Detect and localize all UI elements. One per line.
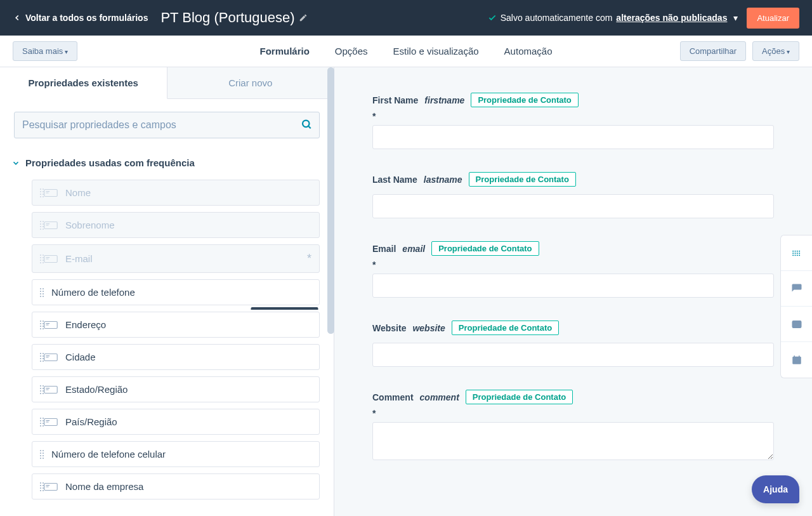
property-label: País/Região xyxy=(65,416,311,427)
sidebar: Propriedades existentes Criar novo Propr… xyxy=(0,67,334,516)
drag-handle-icon xyxy=(40,450,44,459)
back-label: Voltar a todos os formulários xyxy=(25,13,148,23)
search-icon[interactable] xyxy=(301,119,312,132)
contact-property-badge: Propriedade de Contato xyxy=(466,390,573,404)
text-field-icon xyxy=(44,482,58,491)
form-field[interactable]: CommentcommentPropriedade de Contato* xyxy=(372,390,774,462)
property-label: Nome da empresa xyxy=(65,481,311,492)
text-field-icon xyxy=(44,385,58,394)
field-label-row: WebsitewebsitePropriedade de Contato xyxy=(372,321,774,335)
right-rail xyxy=(780,235,812,378)
autosave-changes-link[interactable]: alterações não publicadas xyxy=(616,13,727,23)
property-label: Sobrenome xyxy=(65,220,311,230)
sidebar-tab-existing[interactable]: Propriedades existentes xyxy=(0,67,167,99)
field-api-name: comment xyxy=(420,392,459,402)
property-item[interactable]: Nome da empresa xyxy=(32,473,320,499)
required-star: * xyxy=(307,252,311,265)
section-title: Propriedades usadas com frequência xyxy=(25,157,195,168)
svg-point-20 xyxy=(799,255,800,256)
text-field-icon xyxy=(44,418,58,427)
scrollbar-thumb[interactable] xyxy=(327,67,334,334)
field-input[interactable] xyxy=(372,343,774,367)
property-item[interactable]: Endereço xyxy=(32,312,320,338)
svg-point-12 xyxy=(799,250,800,251)
svg-point-14 xyxy=(794,253,796,254)
field-label: Comment xyxy=(372,392,414,402)
svg-point-11 xyxy=(796,250,797,251)
property-item[interactable]: País/Região xyxy=(32,409,320,435)
field-label-row: CommentcommentPropriedade de Contato xyxy=(372,390,774,404)
tab-style[interactable]: Estilo e visualização xyxy=(393,0,479,309)
back-link[interactable]: Voltar a todos os formulários xyxy=(13,13,148,23)
property-item: E-mail* xyxy=(32,244,320,273)
caret-down-icon[interactable]: ▾ xyxy=(733,13,738,23)
property-item[interactable]: Estado/Região xyxy=(32,376,320,402)
field-textarea[interactable] xyxy=(372,422,774,460)
property-label: Endereço xyxy=(65,319,311,330)
actions-button[interactable]: Ações xyxy=(752,41,799,61)
text-field-icon xyxy=(44,321,58,329)
tab-automation[interactable]: Automação xyxy=(504,0,553,309)
sidebar-scrollbar[interactable] xyxy=(327,67,334,516)
svg-point-17 xyxy=(792,255,794,256)
svg-rect-21 xyxy=(792,321,801,327)
text-field-icon xyxy=(44,189,58,197)
required-indicator: * xyxy=(372,408,774,418)
chevron-down-icon xyxy=(11,159,20,168)
svg-point-0 xyxy=(303,121,310,128)
svg-point-15 xyxy=(796,253,797,254)
text-field-icon xyxy=(44,255,58,263)
svg-point-10 xyxy=(794,250,796,251)
property-label: Cidade xyxy=(65,352,311,362)
text-field-icon xyxy=(44,353,58,362)
search-wrap xyxy=(14,112,320,138)
property-label: E-mail xyxy=(65,253,307,264)
property-label: Número de telefone celular xyxy=(51,449,311,460)
property-label: Número de telefone xyxy=(51,287,311,298)
prop-list: NomeSobrenomeE-mail*Número de telefoneEn… xyxy=(14,180,320,499)
property-item: Nome xyxy=(32,180,320,206)
rail-item-window[interactable] xyxy=(781,307,812,342)
field-label: Website xyxy=(372,323,406,333)
chevron-left-icon xyxy=(13,13,22,22)
property-item[interactable]: Número de telefone xyxy=(32,279,320,305)
property-item[interactable]: Cidade xyxy=(32,344,320,370)
search-input[interactable] xyxy=(14,112,320,138)
help-button[interactable]: Ajuda xyxy=(752,475,799,503)
field-api-name: website xyxy=(412,323,445,333)
property-label: Nome xyxy=(65,187,311,198)
svg-point-16 xyxy=(799,253,800,254)
property-item[interactable]: Número de telefone celular xyxy=(32,441,320,467)
property-label: Estado/Região xyxy=(65,384,311,395)
drag-handle-icon xyxy=(40,288,44,297)
share-button[interactable]: Compartilhar xyxy=(680,41,746,61)
svg-point-18 xyxy=(794,255,796,256)
svg-point-19 xyxy=(796,255,797,256)
property-item: Sobrenome xyxy=(32,212,320,238)
svg-point-9 xyxy=(792,250,794,251)
rail-item-chat[interactable] xyxy=(781,271,812,307)
form-field[interactable]: WebsitewebsitePropriedade de Contato xyxy=(372,321,774,367)
svg-point-13 xyxy=(792,253,794,254)
update-button[interactable]: Atualizar xyxy=(747,8,799,29)
text-field-icon xyxy=(44,221,58,230)
secondbar: Saiba mais Formulário Opções Estilo e vi… xyxy=(0,36,812,67)
learn-more-button[interactable]: Saiba mais xyxy=(13,41,77,61)
tab-options[interactable]: Opções xyxy=(335,0,368,309)
contact-property-badge: Propriedade de Contato xyxy=(452,321,559,335)
rail-item-calendar[interactable] xyxy=(781,342,812,378)
rail-item-grid[interactable] xyxy=(781,235,812,271)
